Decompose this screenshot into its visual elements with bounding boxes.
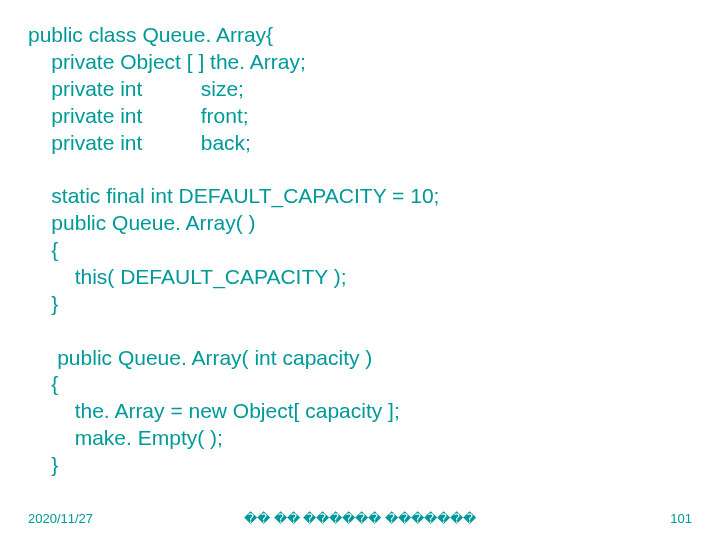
slide: public class Queue. Array{ private Objec… <box>0 0 720 540</box>
code-line-5: private int back; <box>28 131 251 154</box>
code-line-13: public Queue. Array( int capacity ) <box>28 346 372 369</box>
code-line-16: make. Empty( ); <box>28 426 223 449</box>
footer-page-number: 101 <box>670 511 692 526</box>
code-line-3: private int size; <box>28 77 244 100</box>
code-line-14: { <box>28 372 58 395</box>
code-line-15: the. Array = new Object[ capacity ]; <box>28 399 400 422</box>
footer-center: �� �� ������ ������� <box>0 511 720 526</box>
code-line-17: } <box>28 453 58 476</box>
code-line-8: public Queue. Array( ) <box>28 211 256 234</box>
code-line-7: static final int DEFAULT_CAPACITY = 10; <box>28 184 439 207</box>
code-line-4: private int front; <box>28 104 249 127</box>
code-line-10: this( DEFAULT_CAPACITY ); <box>28 265 347 288</box>
code-line-2: private Object [ ] the. Array; <box>28 50 306 73</box>
code-line-9: { <box>28 238 58 261</box>
code-line-1: public class Queue. Array{ <box>28 23 273 46</box>
code-line-11: } <box>28 292 58 315</box>
code-block: public class Queue. Array{ private Objec… <box>28 22 439 479</box>
